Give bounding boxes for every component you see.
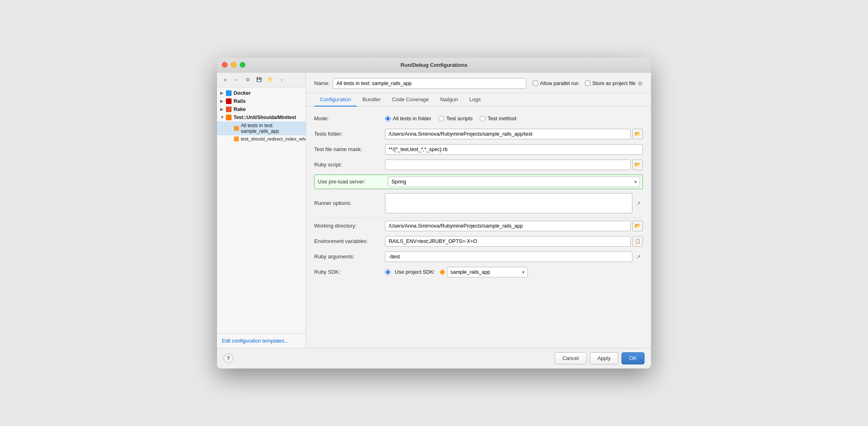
sidebar-tree: ▶ Docker ▶ Rails ▶ Rake ▼ — [217, 87, 306, 333]
mode-options: All tests in folder Test scripts Test me… — [385, 115, 643, 121]
add-config-button[interactable]: + — [220, 75, 230, 85]
tab-nailgun[interactable]: Nailgun — [434, 93, 464, 106]
ruby-arguments-content: ↗ — [385, 251, 643, 262]
parallel-run-option: Allow parallel run — [533, 81, 579, 86]
sidebar-footer: Edit configuration templates... — [217, 333, 306, 348]
ruby-script-row: Ruby script: 📂 — [314, 159, 643, 170]
working-directory-browse-button[interactable]: 📂 — [632, 221, 643, 231]
main-window: Run/Debug Configurations + − ⧉ 💾 📁 — [217, 58, 651, 368]
ruby-script-content: 📂 — [385, 160, 643, 170]
preload-server-select[interactable]: Spring None Thin — [388, 177, 640, 187]
minimize-button[interactable] — [231, 62, 236, 68]
radio-test-method-label: Test method — [487, 115, 516, 121]
tests-folder-content: 📂 — [385, 129, 643, 139]
ruby-sdk-radio-indicator — [385, 269, 391, 275]
radio-test-scripts[interactable]: Test scripts — [438, 115, 472, 121]
radio-test-method[interactable]: Test method — [480, 115, 516, 121]
test-file-mask-row: Test file name mask: — [314, 144, 643, 155]
tabs-bar: Configuration Bundler Code Coverage Nail… — [306, 93, 651, 106]
working-directory-content: 📂 — [385, 221, 643, 231]
runner-options-input[interactable] — [385, 193, 632, 213]
working-directory-input[interactable] — [385, 221, 631, 231]
gear-icon[interactable]: ⚙ — [638, 80, 643, 87]
store-project-option: Store as project file ⚙ — [585, 80, 643, 87]
preload-server-highlighted-row: Use pre-load server: Spring None Thin ▼ — [314, 175, 643, 189]
preload-server-content: Spring None Thin ▼ — [388, 177, 640, 187]
test-file2-icon — [234, 136, 239, 141]
tab-logs[interactable]: Logs — [464, 93, 486, 106]
header-options: Allow parallel run Store as project file… — [533, 80, 643, 87]
tests-folder-browse-button[interactable]: 📂 — [632, 129, 643, 139]
sidebar-item-rails[interactable]: ▶ Rails — [217, 97, 306, 105]
tests-folder-input[interactable] — [385, 129, 631, 139]
sidebar-item-test-unit-label: Test::Unit/Shoulda/Minitest — [234, 115, 296, 120]
ruby-sdk-select[interactable]: sample_rails_app — [447, 267, 528, 277]
close-button[interactable] — [222, 62, 228, 68]
sidebar-item-test1[interactable]: All tests in test: sample_rails_app — [217, 121, 306, 135]
content-header: Name: Allow parallel run Store as projec… — [306, 72, 651, 93]
sidebar-item-test1-label: All tests in test: sample_rails_app — [241, 123, 302, 134]
tests-folder-row: Tests folder: 📂 — [314, 128, 643, 140]
chevron-right-icon: ▶ — [220, 91, 226, 95]
rails-icon — [226, 98, 232, 104]
parallel-run-label: Allow parallel run — [540, 81, 579, 86]
form-content: Mode: All tests in folder Test scripts — [306, 106, 651, 348]
sidebar-item-rake[interactable]: ▶ Rake — [217, 105, 306, 113]
remove-config-button[interactable]: − — [232, 75, 241, 85]
chevron-right-icon: ▶ — [220, 99, 226, 103]
runner-options-expand-button[interactable]: ↗ — [634, 199, 643, 208]
sidebar-item-test-unit[interactable]: ▼ Test::Unit/Shoulda/Minitest — [217, 113, 306, 121]
preload-server-select-wrapper: Spring None Thin ▼ — [388, 177, 640, 187]
working-directory-label: Working directory: — [314, 223, 385, 229]
rake-icon — [226, 106, 232, 112]
test-unit-icon — [226, 115, 232, 120]
preload-server-row: Use pre-load server: Spring None Thin ▼ — [317, 176, 640, 187]
sort-button[interactable]: ↕ — [277, 75, 287, 85]
name-input[interactable] — [333, 78, 526, 89]
radio-all-tests-label: All tests in folder — [393, 115, 431, 121]
parallel-run-checkbox[interactable] — [533, 81, 538, 86]
ruby-arguments-expand-button[interactable]: ↗ — [634, 252, 643, 261]
env-variables-label: Environment variables: — [314, 238, 385, 244]
edit-templates-link[interactable]: Edit configuration templates... — [222, 338, 289, 344]
tab-bundler[interactable]: Bundler — [357, 93, 386, 106]
new-folder-button[interactable]: 📁 — [266, 75, 275, 85]
radio-all-tests[interactable]: All tests in folder — [385, 115, 431, 121]
ruby-script-browse-button[interactable]: 📂 — [632, 160, 643, 170]
tests-folder-label: Tests folder: — [314, 131, 385, 137]
env-variables-row: Environment variables: 📋 — [314, 236, 643, 247]
env-variables-content: 📋 — [385, 236, 643, 247]
tab-configuration[interactable]: Configuration — [314, 93, 357, 106]
mode-row: Mode: All tests in folder Test scripts — [314, 113, 643, 124]
ok-button[interactable]: OK — [621, 352, 645, 364]
cancel-button[interactable]: Cancel — [555, 352, 586, 364]
sidebar-item-docker[interactable]: ▶ Docker — [217, 89, 306, 97]
copy-config-button[interactable]: ⧉ — [243, 75, 253, 85]
env-variables-input[interactable] — [385, 236, 631, 247]
apply-button[interactable]: Apply — [590, 352, 619, 364]
ruby-sdk-content: Use project SDK: 🔶 sample_rails_app ▼ — [385, 267, 643, 277]
maximize-button[interactable] — [240, 62, 245, 68]
save-config-button[interactable]: 💾 — [254, 75, 264, 85]
sdk-select-wrapper: sample_rails_app ▼ — [447, 267, 528, 277]
ruby-sdk-label: Ruby SDK: — [314, 269, 385, 275]
test-file-mask-input[interactable] — [385, 144, 643, 155]
runner-options-content: ↗ — [385, 193, 643, 213]
mode-label: Mode: — [314, 115, 385, 121]
window-title: Run/Debug Configurations — [400, 62, 467, 68]
help-button[interactable]: ? — [223, 354, 233, 363]
store-project-label: Store as project file — [592, 81, 636, 86]
radio-all-tests-indicator — [385, 116, 391, 121]
runner-options-label: Runner options: — [314, 200, 385, 206]
env-variables-edit-button[interactable]: 📋 — [632, 236, 643, 247]
store-project-checkbox[interactable] — [585, 81, 590, 86]
ruby-sdk-use-project-label: Use project SDK: — [395, 269, 435, 275]
ruby-script-input[interactable] — [385, 160, 631, 170]
sidebar-item-rake-label: Rake — [234, 106, 246, 112]
ruby-arguments-input[interactable] — [385, 251, 632, 262]
tab-code-coverage[interactable]: Code Coverage — [386, 93, 434, 106]
sidebar-item-docker-label: Docker — [234, 90, 251, 96]
test-file-icon — [234, 126, 239, 131]
ruby-sdk-dropdown-wrap: 🔶 sample_rails_app ▼ — [439, 267, 528, 277]
sidebar-item-test2[interactable]: test_should_redirect_index_when_not... — [217, 135, 306, 143]
